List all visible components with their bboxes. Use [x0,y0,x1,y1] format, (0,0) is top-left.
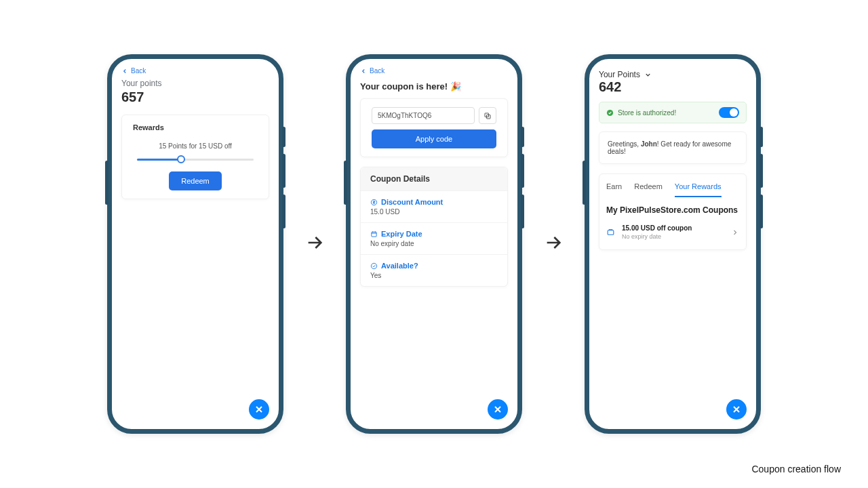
details-title: Coupon Details [361,167,507,190]
close-button[interactable] [488,399,508,420]
arrow-icon [542,232,564,256]
back-label: Back [131,67,146,75]
close-button[interactable] [249,399,269,420]
coupon-code-input[interactable] [372,107,475,124]
back-button[interactable]: Back [360,67,508,75]
apply-code-button[interactable]: Apply code [372,129,496,148]
chevron-down-icon [644,71,652,79]
chevron-right-icon [731,228,739,237]
auth-banner: Store is authorized! [599,102,747,123]
tab-earn[interactable]: Earn [606,182,622,197]
phone-points: Back Your points 657 Rewards 15 Points f… [107,54,283,434]
calendar-icon [370,230,378,238]
rewards-title: Rewards [133,123,258,131]
points-label: Your points [121,79,269,88]
auth-toggle[interactable] [719,107,739,118]
phone-coupon: Back Your coupon is here! 🎉 Apply code C… [346,54,522,434]
phone-rewards: Your Points 642 Store is authorized! Gre… [585,54,761,434]
coupon-flow: Back Your points 657 Rewards 15 Points f… [0,0,868,434]
svg-point-4 [371,263,376,268]
tab-redeem[interactable]: Redeem [634,182,663,197]
svg-rect-6 [608,230,614,235]
coupon-item[interactable]: 15.00 USD off coupon No expiry date [599,220,746,249]
rewards-tabs-card: Earn Redeem Your Rewards My PixelPulseSt… [599,174,747,250]
rewards-card: Rewards 15 Points for 15 USD off Redeem [121,115,269,199]
check-circle-icon [606,109,614,117]
copy-button[interactable] [479,107,496,124]
redeem-button[interactable]: Redeem [169,171,222,190]
points-dropdown[interactable]: Your Points [599,70,747,79]
check-circle-icon [370,262,378,270]
close-icon [254,404,264,415]
close-button[interactable] [726,399,747,420]
coupons-section-title: My PixelPulseStore.com Coupons [599,197,746,220]
tab-your-rewards[interactable]: Your Rewards [675,182,722,197]
coupon-headline: Your coupon is here! 🎉 [360,81,508,92]
points-value: 657 [121,89,269,105]
coupon-icon [606,228,615,237]
points-slider[interactable] [137,155,254,163]
close-icon [492,404,503,415]
code-card: Apply code [360,98,508,157]
slider-text: 15 Points for 15 USD off [133,142,258,150]
arrow-icon [304,232,326,256]
greeting-card: Greetings, John! Get ready for awesome d… [599,131,747,164]
back-label: Back [370,67,384,75]
dollar-icon [370,199,378,206]
detail-available: Available? Yes [361,254,507,286]
points-value: 642 [599,79,747,95]
detail-expiry: Expiry Date No expiry date [361,222,507,254]
arrow-left-icon [360,68,367,75]
close-icon [731,404,742,415]
detail-discount: Discount Amount 15.0 USD [361,190,507,222]
svg-rect-3 [372,232,376,237]
arrow-left-icon [121,68,128,75]
back-button[interactable]: Back [121,67,269,75]
caption: Coupon creation flow [751,464,841,474]
copy-icon [484,112,492,120]
coupon-details-card: Coupon Details Discount Amount 15.0 USD … [360,167,508,287]
party-icon: 🎉 [450,81,461,92]
